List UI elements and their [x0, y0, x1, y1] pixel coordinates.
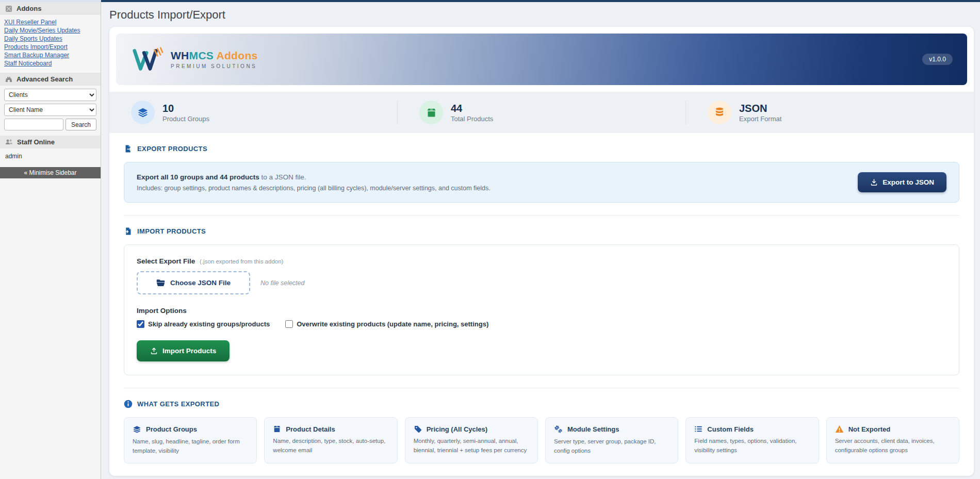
- import-button-row: Import Products: [137, 340, 946, 361]
- skip-existing-checkbox[interactable]: [137, 320, 144, 328]
- choose-button-label: Choose JSON File: [170, 279, 231, 287]
- sidebar-item-daily-sports-updates[interactable]: Daily Sports Updates: [4, 35, 101, 43]
- import-section: IMPORT PRODUCTS Select Export File (.jso…: [109, 216, 974, 388]
- what-exported-title: WHAT GETS EXPORTED: [137, 400, 219, 408]
- sidebar-item-smart-backup-manager[interactable]: Smart Backup Manager: [4, 51, 101, 59]
- upload-icon: [150, 347, 158, 355]
- import-products-button[interactable]: Import Products: [137, 340, 230, 361]
- minimise-sidebar-button[interactable]: « Minimise Sidebar: [0, 167, 101, 178]
- staff-online-title: Staff Online: [17, 138, 55, 146]
- advanced-search-header: Advanced Search: [0, 73, 101, 86]
- addon-card: WHMCS Addons PREMIUM SOLUTIONS v1.0.0 10…: [109, 27, 974, 476]
- stat-value: 44: [451, 103, 493, 114]
- box-icon: [426, 107, 437, 118]
- card-title: Pricing (All Cycles): [427, 425, 487, 433]
- stat-value: 10: [162, 103, 209, 114]
- whmcs-logo-icon: [132, 46, 164, 72]
- card-title: Product Groups: [146, 425, 197, 433]
- export-box-text: Export all 10 groups and 44 products to …: [137, 173, 491, 192]
- import-button-label: Import Products: [162, 347, 216, 355]
- banner-wrap: WHMCS Addons PREMIUM SOLUTIONS v1.0.0: [109, 27, 974, 85]
- sidebar-item-staff-noticeboard[interactable]: Staff Noticeboard: [4, 59, 101, 68]
- stat-icon-circle: [131, 101, 155, 124]
- binoculars-icon: [5, 76, 12, 83]
- layers-icon: [137, 107, 149, 118]
- page-title: Products Import/Export: [109, 8, 980, 22]
- list-icon: [694, 425, 703, 433]
- import-options-label: Import Options: [137, 307, 946, 315]
- select-file-label-text: Select Export File: [137, 257, 195, 265]
- export-summary-rest: to a JSON file.: [259, 173, 306, 181]
- export-to-json-button[interactable]: Export to JSON: [858, 172, 946, 192]
- search-category-select[interactable]: Clients: [4, 89, 96, 101]
- search-input[interactable]: [4, 119, 63, 130]
- choose-json-file-button[interactable]: Choose JSON File: [137, 271, 250, 294]
- addons-header: Addons: [0, 2, 101, 15]
- stat-export-format: JSON Export Format: [685, 101, 974, 124]
- skip-existing-label: Skip already existing groups/products: [148, 320, 270, 328]
- file-import-icon: [124, 227, 133, 236]
- export-button-label: Export to JSON: [883, 178, 934, 186]
- card-title: Product Details: [286, 425, 335, 433]
- card-custom-fields: Custom Fields Field names, types, option…: [685, 417, 819, 464]
- card-desc: Name, description, type, stock, auto-set…: [273, 437, 388, 455]
- brand-tagline: PREMIUM SOLUTIONS: [171, 63, 257, 69]
- export-summary: Export all 10 groups and 44 products to …: [137, 173, 491, 181]
- card-desc: Monthly, quarterly, semi-annual, annual,…: [414, 437, 529, 455]
- stat-label: Export Format: [739, 115, 781, 123]
- stat-total-products: 44 Total Products: [397, 101, 685, 124]
- stat-icon-circle: [419, 101, 443, 124]
- info-icon: [124, 400, 133, 408]
- card-product-groups: Product Groups Name, slug, headline, tag…: [124, 417, 257, 464]
- brand-text: WHMCS Addons PREMIUM SOLUTIONS: [171, 49, 257, 69]
- stat-icon-circle: [708, 101, 731, 124]
- stat-label: Product Groups: [162, 115, 209, 123]
- addons-links: XUI Reseller Panel Daily Movie/Series Up…: [0, 15, 101, 73]
- stat-product-groups: 10 Product Groups: [109, 101, 397, 124]
- search-button[interactable]: Search: [66, 119, 96, 130]
- export-section-header: EXPORT PRODUCTS: [124, 144, 959, 153]
- stat-value: JSON: [739, 103, 781, 114]
- card-pricing: Pricing (All Cycles) Monthly, quarterly,…: [405, 417, 538, 464]
- export-summary-bold: Export all 10 groups and 44 products: [137, 173, 259, 181]
- warning-icon: [835, 425, 844, 433]
- card-desc: Server accounts, client data, invoices, …: [835, 437, 951, 455]
- what-exported-section: WHAT GETS EXPORTED Product Groups Name, …: [109, 388, 974, 476]
- import-section-header: IMPORT PRODUCTS: [124, 227, 959, 236]
- gears-icon: [554, 425, 563, 434]
- what-exported-header: WHAT GETS EXPORTED: [124, 400, 959, 408]
- layers-icon: [133, 425, 141, 434]
- export-cards-row: Product Groups Name, slug, headline, tag…: [124, 417, 959, 464]
- overwrite-existing-checkbox[interactable]: [285, 320, 293, 328]
- card-module-settings: Module Settings Server type, server grou…: [545, 417, 678, 464]
- card-desc: Server type, server group, package ID, c…: [554, 437, 669, 456]
- sidebar-item-daily-movie-series-updates[interactable]: Daily Movie/Series Updates: [4, 26, 101, 35]
- brand-name: WHMCS Addons: [171, 49, 257, 62]
- search-field-select[interactable]: Client Name: [4, 104, 96, 116]
- brand-part-mcs: MCS: [189, 49, 214, 61]
- card-desc: Field names, types, options, validation,…: [694, 437, 810, 455]
- sidebar-item-products-import-export[interactable]: Products Import/Export: [4, 43, 101, 51]
- folder-icon: [156, 279, 165, 287]
- export-section-title: EXPORT PRODUCTS: [137, 145, 207, 153]
- brand: WHMCS Addons PREMIUM SOLUTIONS: [132, 46, 257, 72]
- option-skip-existing[interactable]: Skip already existing groups/products: [137, 320, 270, 328]
- sidebar-item-xui-reseller-panel[interactable]: XUI Reseller Panel: [4, 18, 101, 26]
- stat-label: Total Products: [451, 115, 493, 123]
- export-box: Export all 10 groups and 44 products to …: [124, 162, 959, 203]
- card-title: Module Settings: [567, 425, 619, 433]
- advanced-search-title: Advanced Search: [17, 75, 73, 83]
- select-file-label: Select Export File (.json exported from …: [137, 257, 946, 265]
- version-badge: v1.0.0: [922, 54, 953, 65]
- users-icon: [5, 139, 13, 145]
- export-section: EXPORT PRODUCTS Export all 10 groups and…: [109, 133, 974, 215]
- stats-row: 10 Product Groups 44 Total Products JS: [109, 92, 974, 133]
- database-icon: [714, 107, 725, 118]
- overwrite-existing-label: Overwrite existing products (update name…: [297, 320, 488, 328]
- option-overwrite-existing[interactable]: Overwrite existing products (update name…: [285, 320, 488, 328]
- export-includes: Includes: group settings, product names …: [137, 185, 491, 192]
- file-export-icon: [124, 144, 133, 153]
- card-product-details: Product Details Name, description, type,…: [264, 417, 397, 464]
- select-file-hint: (.json exported from this addon): [200, 258, 283, 265]
- main-content: Products Import/Export WHMCS Addons PREM…: [101, 0, 980, 479]
